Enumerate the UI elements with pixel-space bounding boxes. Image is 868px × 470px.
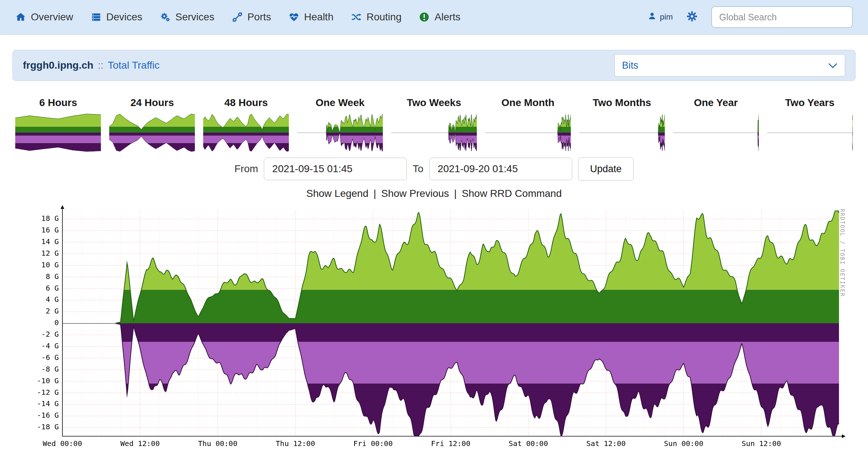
- routing-icon: [351, 12, 362, 23]
- thumb-title: Two Weeks: [407, 97, 461, 109]
- title-separator: ::: [98, 60, 103, 71]
- nav-item-label: Overview: [31, 11, 73, 23]
- thumb-graph-canvas[interactable]: [485, 112, 571, 153]
- from-date-input[interactable]: [264, 158, 407, 180]
- nav-item-overview[interactable]: Overview: [15, 11, 73, 23]
- devices-icon: [91, 12, 102, 23]
- nav-item-label: Alerts: [434, 11, 460, 23]
- thumb-two-months[interactable]: Two Months: [576, 97, 668, 153]
- thumb-two-years[interactable]: Two Years: [764, 97, 856, 153]
- thumb-title: One Month: [501, 97, 554, 109]
- thumb-graph-canvas[interactable]: [391, 112, 477, 153]
- thumb-graph-canvas[interactable]: [673, 112, 759, 153]
- nav-item-routing[interactable]: Routing: [351, 11, 402, 23]
- chevron-down-icon: [828, 60, 838, 71]
- ports-icon: [232, 12, 243, 23]
- nav-item-label: Services: [175, 11, 214, 23]
- show-legend-link[interactable]: Show Legend: [306, 188, 368, 199]
- nav-item-health[interactable]: Health: [288, 11, 333, 23]
- thumb-title: Two Years: [785, 97, 835, 109]
- main-graph-section: RRDTOOL / TOBI OETIKER: [12, 205, 856, 459]
- traffic-graph-canvas[interactable]: [30, 205, 857, 452]
- time-range-thumbnails: 6 Hours 24 Hours 48 Hours One Week Two W…: [12, 97, 856, 153]
- nav-item-label: Devices: [106, 11, 143, 23]
- link-separator: |: [454, 188, 456, 199]
- units-select-value: Bits: [622, 60, 638, 71]
- show-previous-link[interactable]: Show Previous: [381, 188, 449, 199]
- nav-item-ports[interactable]: Ports: [232, 11, 271, 23]
- thumb-two-weeks[interactable]: Two Weeks: [388, 97, 480, 153]
- main-nav: Overview Devices Services Ports Health: [15, 11, 460, 23]
- thumb-title: One Week: [316, 97, 365, 109]
- units-select[interactable]: Bits: [614, 54, 845, 77]
- user-icon: [648, 12, 656, 23]
- nav-item-label: Health: [304, 11, 333, 23]
- graph-breadcrumb: frggh0.ipng.ch :: Total Traffic: [23, 60, 160, 71]
- thumb-graph-canvas[interactable]: [15, 112, 101, 153]
- thumb-graph-canvas[interactable]: [203, 112, 289, 153]
- from-label: From: [234, 163, 258, 175]
- thumb-title: 24 Hours: [130, 97, 174, 109]
- thumb-title: 6 Hours: [39, 97, 77, 109]
- thumb-24-hours[interactable]: 24 Hours: [106, 97, 198, 153]
- user-menu[interactable]: pim: [648, 12, 673, 23]
- nav-item-services[interactable]: Services: [160, 11, 214, 23]
- thumb-one-year[interactable]: One Year: [670, 97, 762, 153]
- link-separator: |: [373, 188, 376, 199]
- thumb-title: 48 Hours: [224, 97, 268, 109]
- thumb-one-month[interactable]: One Month: [482, 97, 574, 153]
- rrdtool-watermark: RRDTOOL / TOBI OETIKER: [839, 209, 846, 297]
- to-date-input[interactable]: [429, 158, 572, 180]
- top-navbar: Overview Devices Services Ports Health: [0, 0, 868, 35]
- nav-item-devices[interactable]: Devices: [91, 11, 143, 23]
- nav-item-label: Routing: [367, 11, 402, 23]
- nav-item-label: Ports: [247, 11, 271, 23]
- graph-links: Show Legend|Show Previous|Show RRD Comma…: [12, 188, 856, 199]
- navbar-right: pim: [648, 6, 853, 28]
- graph-title-link[interactable]: Total Traffic: [108, 60, 160, 71]
- thumb-48-hours[interactable]: 48 Hours: [200, 97, 292, 153]
- to-label: To: [413, 163, 423, 175]
- thumb-title: One Year: [694, 97, 738, 109]
- thumb-one-week[interactable]: One Week: [294, 97, 386, 153]
- graph-header-panel: frggh0.ipng.ch :: Total Traffic Bits: [12, 50, 856, 81]
- thumb-graph-canvas[interactable]: [579, 112, 665, 153]
- thumb-graph-canvas[interactable]: [297, 112, 383, 153]
- global-search-input[interactable]: [711, 6, 853, 28]
- custom-range-controls: From To Update: [12, 157, 856, 181]
- user-name: pim: [660, 12, 673, 22]
- nav-item-alerts[interactable]: Alerts: [419, 11, 460, 23]
- health-icon: [288, 12, 299, 23]
- thumb-title: Two Months: [593, 97, 651, 109]
- alert-circle-icon: [419, 12, 430, 23]
- cogs-icon: [160, 12, 171, 23]
- thumb-6-hours[interactable]: 6 Hours: [12, 97, 104, 153]
- gear-icon: [686, 10, 698, 24]
- page-content: frggh0.ipng.ch :: Total Traffic Bits 6 H…: [0, 50, 868, 459]
- update-button[interactable]: Update: [578, 157, 634, 181]
- device-name-link[interactable]: frggh0.ipng.ch: [23, 60, 93, 71]
- thumb-graph-canvas[interactable]: [767, 112, 853, 153]
- show-rrd-command-link[interactable]: Show RRD Command: [462, 188, 562, 199]
- settings-button[interactable]: [686, 10, 698, 24]
- home-icon: [15, 12, 26, 23]
- thumb-graph-canvas[interactable]: [109, 112, 195, 153]
